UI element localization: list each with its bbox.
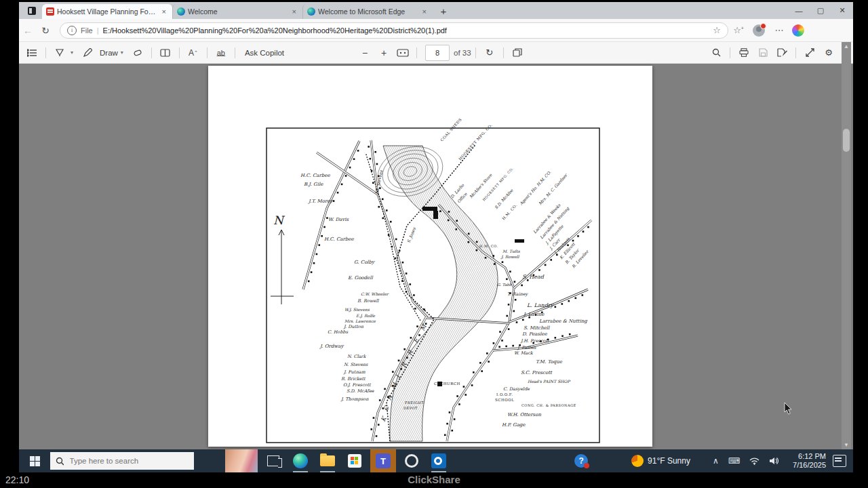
read-aloud-icon[interactable]: a̲b̲ (214, 45, 229, 60)
map-label: G. Colby (354, 260, 375, 265)
map-label: H.M. CO. (479, 244, 498, 248)
map-label: L. Landry (527, 302, 555, 308)
map-label: W. Davis (328, 217, 349, 222)
taskbar-search[interactable] (50, 452, 194, 470)
scroll-down-icon[interactable]: ▼ (842, 441, 851, 449)
favorite-star-icon[interactable]: ☆ (713, 25, 721, 35)
start-button[interactable] (19, 449, 50, 472)
letterbox-bottom: 22:10 ClickShare (0, 472, 868, 488)
map-label: SCHOOL (495, 398, 514, 402)
fullscreen-icon[interactable] (802, 45, 817, 60)
map-label: J.H. Prescott (520, 338, 550, 344)
wifi-icon[interactable] (749, 458, 760, 465)
add-text-icon[interactable]: A⌃ (186, 45, 201, 60)
map-label: T. Rainey (507, 291, 529, 297)
url-field[interactable]: i File | E:/Hooksett%20Village%20Plannin… (60, 22, 728, 39)
back-button[interactable]: ← (19, 25, 37, 36)
map-label: W. Mack (514, 350, 534, 356)
profile-avatar[interactable] (753, 24, 765, 37)
news-interests-image[interactable] (225, 449, 258, 472)
page-layout-icon[interactable] (510, 45, 525, 60)
maximize-button[interactable]: ▢ (810, 6, 831, 15)
windows-logo-icon (30, 456, 40, 466)
print-icon[interactable] (736, 45, 751, 60)
taskbar-search-input[interactable] (68, 456, 189, 466)
divider (730, 47, 730, 58)
map-label: K (380, 414, 389, 422)
action-center-icon[interactable] (833, 455, 846, 467)
refresh-button[interactable]: ↻ (37, 25, 54, 36)
rotate-icon[interactable]: ↻ (482, 45, 497, 60)
save-icon[interactable] (755, 45, 770, 60)
map-label: FREIGHT (405, 401, 424, 405)
favorites-add-icon[interactable]: ☆+ (728, 25, 749, 35)
map-label: COAL SHEDS (439, 117, 462, 142)
settings-gear-icon[interactable]: ⚙ (821, 45, 836, 60)
volume-icon[interactable] (769, 457, 778, 465)
keyboard-tray-icon[interactable]: ⌨ (728, 456, 740, 466)
map-label: G. Tabb (497, 283, 512, 287)
new-tab-button[interactable]: + (437, 4, 450, 18)
weather-sun-icon[interactable] (631, 455, 644, 467)
url-divider: | (97, 26, 99, 35)
page-total-label: of 33 (454, 49, 471, 57)
tab-title: Hooksett Village Planning For a N (57, 7, 157, 16)
notification-dot (760, 23, 766, 29)
taskbar-store-button[interactable] (343, 449, 366, 472)
table-of-contents-icon[interactable] (24, 45, 39, 60)
weather-text[interactable]: 91°F Sunny (648, 456, 690, 466)
minimize-button[interactable]: — (788, 7, 810, 15)
page-view-icon[interactable] (158, 45, 173, 60)
tab-close-icon[interactable]: × (160, 7, 168, 16)
map-label: J. Thompson (340, 396, 369, 402)
tab-close-icon[interactable]: × (420, 7, 429, 16)
draw-label[interactable]: Draw (100, 49, 118, 57)
compass-icon (271, 230, 294, 304)
tray-expand-chevron-icon[interactable]: ∧ (713, 456, 719, 466)
tab-pdf[interactable]: Hooksett Village Planning For a N × (42, 4, 172, 19)
draw-pen-icon[interactable] (80, 45, 95, 60)
window-controls: — ▢ ✕ (788, 2, 853, 19)
vertical-scrollbar[interactable]: ▲ ▼ (842, 42, 851, 449)
copilot-icon[interactable] (792, 24, 804, 37)
save-as-icon[interactable] (774, 45, 789, 60)
help-tray-icon[interactable]: ? (574, 454, 588, 468)
chevron-down-icon[interactable]: ▾ (71, 49, 73, 56)
clock[interactable]: 6:12 PM 7/16/2025 (793, 452, 826, 470)
page-number-input[interactable] (425, 45, 450, 61)
map-label: B.J. Gile (304, 182, 323, 187)
ask-copilot-button[interactable]: Ask Copilot (245, 49, 284, 57)
scroll-up-icon[interactable]: ▲ (842, 42, 851, 51)
scrollbar-thumb[interactable] (843, 129, 850, 152)
pdf-content-area[interactable]: NH.C. CarbeeB.J. GileJ.T. MoreyW. DavisH… (19, 64, 853, 472)
search-icon[interactable] (709, 45, 724, 60)
zoom-in-icon[interactable]: + (376, 45, 391, 60)
taskbar-explorer-button[interactable] (316, 449, 339, 472)
taskbar: T ? 91°F Sunny ∧ ⌨ 6:12 PM 7/16/2025 (19, 449, 853, 472)
fit-to-width-icon[interactable] (395, 45, 410, 60)
eraser-icon[interactable] (130, 45, 145, 60)
task-view-button[interactable] (262, 449, 285, 472)
map-label: C.W. Wheeler (361, 291, 389, 296)
chevron-down-icon[interactable]: ▾ (121, 49, 123, 56)
taskbar-outlook-button[interactable] (427, 449, 450, 472)
notification-dot (584, 463, 589, 468)
zoom-out-icon[interactable]: − (357, 45, 372, 60)
map-label: J. Lavine (523, 312, 545, 317)
taskbar-edge-button[interactable] (289, 449, 312, 472)
map-label: O.J. Prescott (343, 382, 372, 388)
highlighter-icon[interactable] (52, 45, 67, 60)
taskbar-teams-button[interactable]: T (370, 449, 396, 472)
tab-welcome[interactable]: Welcome × (172, 4, 302, 19)
tab-actions-button[interactable] (24, 4, 39, 17)
tab-welcome-edge[interactable]: Welcome to Microsoft Edge × (302, 4, 433, 19)
edge-favicon (307, 7, 315, 16)
page-info-icon[interactable]: i (67, 26, 77, 35)
close-button[interactable]: ✕ (831, 6, 853, 15)
taskbar-ring-app-button[interactable] (400, 449, 423, 472)
village-map: NH.C. CarbeeB.J. GileJ.T. MoreyW. DavisH… (208, 66, 652, 447)
menu-ellipsis-icon[interactable]: ⋯ (769, 25, 789, 35)
map-label: I.O.O.F. (496, 392, 513, 396)
map-label: J. Rowell (500, 254, 519, 260)
tab-close-icon[interactable]: × (290, 7, 298, 16)
